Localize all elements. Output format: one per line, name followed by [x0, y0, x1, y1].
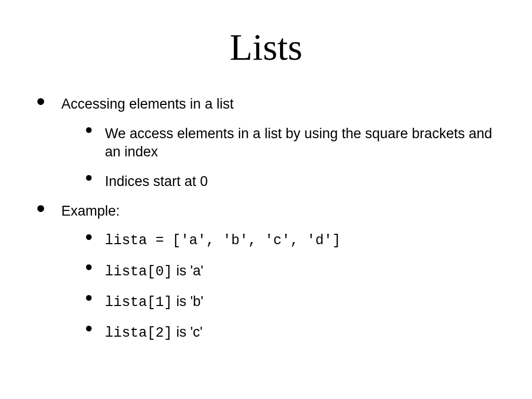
slide: Lists Accessing elements in a list We ac…: [0, 0, 532, 399]
example-item: lista[2] is 'c': [85, 323, 501, 342]
bullet-text: Accessing elements in a list: [61, 96, 234, 112]
sub-bullet: We access elements in a list by using th…: [85, 125, 501, 161]
bullet-list-inner: lista = ['a', 'b', 'c', 'd'] lista[0] is…: [61, 232, 501, 342]
plain-text: is 'a': [172, 263, 204, 278]
bullet-example: Example: lista = ['a', 'b', 'c', 'd'] li…: [36, 202, 501, 342]
bullet-accessing: Accessing elements in a list We access e…: [36, 95, 501, 191]
plain-text: is 'c': [172, 324, 203, 340]
sub-bullet: Indices start at 0: [85, 172, 501, 191]
example-item: lista = ['a', 'b', 'c', 'd']: [85, 232, 501, 250]
bullet-list-outer: Accessing elements in a list We access e…: [31, 95, 501, 342]
sub-bullet-text: We access elements in a list by using th…: [105, 126, 492, 159]
code-text: lista[1]: [105, 295, 172, 310]
slide-title: Lists: [31, 26, 501, 69]
bullet-list-inner: We access elements in a list by using th…: [61, 125, 501, 191]
plain-text: is 'b': [172, 294, 204, 309]
code-text: lista = ['a', 'b', 'c', 'd']: [105, 233, 341, 248]
sub-bullet-text: Indices start at 0: [105, 174, 208, 189]
code-text: lista[0]: [105, 264, 172, 280]
bullet-text: Example:: [61, 203, 120, 219]
code-text: lista[2]: [105, 325, 172, 341]
example-item: lista[1] is 'b': [85, 292, 501, 312]
example-item: lista[0] is 'a': [85, 262, 501, 281]
